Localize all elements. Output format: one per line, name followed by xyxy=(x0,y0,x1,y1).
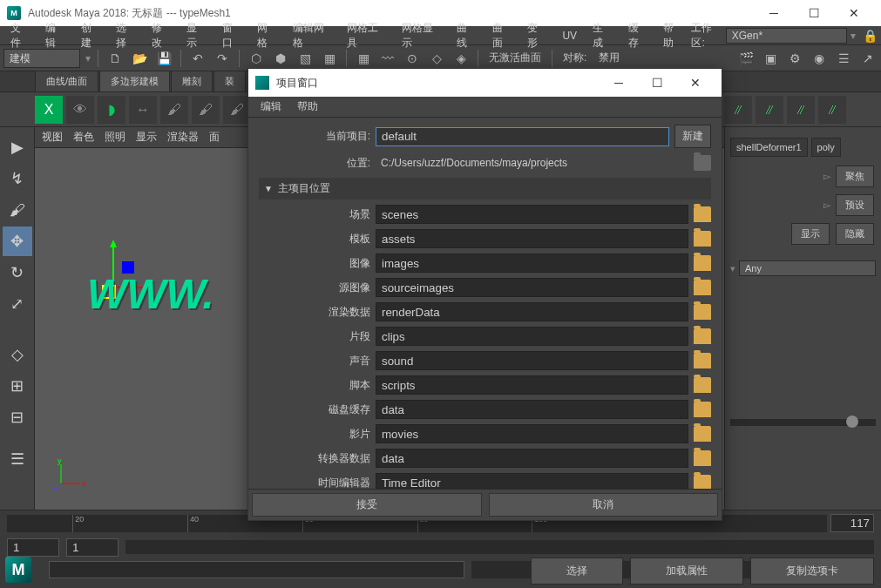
focus-arrow-icon[interactable]: ▻ xyxy=(823,171,830,182)
panel-menu-lighting[interactable]: 照明 xyxy=(105,130,125,145)
browse-folder-icon[interactable] xyxy=(694,280,711,295)
panel-menu-renderer[interactable]: 渲染器 xyxy=(167,130,199,145)
viewport-text-mesh[interactable]: WWW. xyxy=(87,270,214,318)
hide-button[interactable]: 隐藏 xyxy=(836,223,874,245)
browse-folder-icon[interactable] xyxy=(694,304,711,320)
focus-button[interactable]: 聚焦 xyxy=(836,166,874,187)
ae-node-tab[interactable]: shellDeformer1 xyxy=(730,138,808,157)
row-path-input[interactable] xyxy=(376,375,688,395)
lasso-tool[interactable]: ↯ xyxy=(3,164,32,193)
snap-plane-icon[interactable]: ◇ xyxy=(427,49,446,68)
panel-menu-panels[interactable]: 面 xyxy=(209,130,220,145)
row-path-input[interactable] xyxy=(376,229,688,248)
render-icon[interactable]: 🎬 xyxy=(736,49,756,68)
panel-menu-view[interactable]: 视图 xyxy=(42,130,63,145)
menu-meshdisplay[interactable]: 网格显示 xyxy=(395,19,448,52)
dialog-minimize-button[interactable]: ─ xyxy=(600,70,638,96)
scale-tool[interactable]: ⤢ xyxy=(3,289,32,319)
row-path-input[interactable] xyxy=(376,278,688,297)
preset-arrow-icon[interactable]: ▻ xyxy=(823,199,830,211)
menu-mesh[interactable]: 网格 xyxy=(250,19,283,52)
shelf-tab-poly[interactable]: 多边形建模 xyxy=(99,71,170,91)
dialog-maximize-button[interactable]: ☐ xyxy=(638,70,676,96)
lock-icon[interactable]: 🔒 xyxy=(863,29,878,43)
row-path-input[interactable] xyxy=(376,424,688,443)
graph-icon[interactable]: ↗ xyxy=(858,49,878,68)
layout-single-icon[interactable]: ◇ xyxy=(3,340,32,369)
menu-select[interactable]: 选择 xyxy=(109,19,142,52)
outliner-icon[interactable]: ☰ xyxy=(834,49,853,68)
shelf-hair1-icon[interactable]: ⫽ xyxy=(724,96,752,124)
preset-button[interactable]: 预设 xyxy=(836,194,874,216)
menu-editmesh[interactable]: 编辑网格 xyxy=(286,19,339,52)
menu-cache[interactable]: 缓存 xyxy=(621,19,654,52)
primary-locations-header[interactable]: ▼ 主项目位置 xyxy=(259,178,711,199)
menu-create[interactable]: 创建 xyxy=(74,19,107,52)
snap-view-icon[interactable]: ◈ xyxy=(451,49,471,68)
ipr-icon[interactable]: ▣ xyxy=(761,49,780,68)
snap-grid-icon[interactable]: ▦ xyxy=(354,49,373,68)
hypershade-icon[interactable]: ◉ xyxy=(810,49,829,68)
panel-menu-shading[interactable]: 着色 xyxy=(73,130,94,145)
row-path-input[interactable] xyxy=(376,400,688,419)
snap-curve-icon[interactable]: 〰 xyxy=(378,49,397,68)
ae-poly-tab[interactable]: poly xyxy=(811,138,841,157)
row-path-input[interactable] xyxy=(376,205,688,224)
shelf-brush1-icon[interactable]: 🖌 xyxy=(160,96,188,124)
shelf-brush2-icon[interactable]: 🖌 xyxy=(192,96,220,124)
slider-handle[interactable] xyxy=(846,416,858,428)
menu-modify[interactable]: 修改 xyxy=(145,19,178,52)
filter-dropdown-icon[interactable]: ▾ xyxy=(730,263,735,274)
accept-button[interactable]: 接受 xyxy=(252,493,482,517)
shelf-hair2-icon[interactable]: ⫽ xyxy=(756,96,783,124)
range-start2-field[interactable] xyxy=(66,538,119,557)
menu-display[interactable]: 显示 xyxy=(180,19,213,52)
current-frame-field[interactable] xyxy=(830,514,874,532)
panel-menu-show[interactable]: 显示 xyxy=(136,130,157,145)
browse-folder-icon[interactable] xyxy=(694,231,711,247)
menu-uv[interactable]: UV xyxy=(555,28,584,44)
menu-help[interactable]: 帮助 xyxy=(656,19,689,52)
menu-deform[interactable]: 变形 xyxy=(520,19,553,52)
current-project-input[interactable] xyxy=(376,127,669,146)
browse-folder-icon[interactable] xyxy=(694,475,711,489)
select-vertex-icon[interactable]: ⬡ xyxy=(247,49,266,68)
dialog-menu-help[interactable]: 帮助 xyxy=(290,98,325,116)
browse-folder-icon[interactable] xyxy=(694,402,711,417)
location-browse-icon[interactable] xyxy=(694,155,711,171)
dialog-titlebar[interactable]: 项目窗口 ─ ☐ ✕ xyxy=(248,69,722,97)
open-scene-icon[interactable]: 📂 xyxy=(130,49,149,68)
row-path-input[interactable] xyxy=(376,302,688,321)
browse-folder-icon[interactable] xyxy=(694,426,711,442)
workspace-dropdown-icon[interactable]: ▾ xyxy=(851,30,856,42)
save-scene-icon[interactable]: 💾 xyxy=(154,49,173,68)
cancel-button[interactable]: 取消 xyxy=(489,493,719,517)
shelf-tab-curves[interactable]: 曲线/曲面 xyxy=(35,71,98,91)
layout-two-icon[interactable]: ⊟ xyxy=(3,402,32,432)
shelf-hair4-icon[interactable]: ⫽ xyxy=(818,96,846,124)
browse-folder-icon[interactable] xyxy=(694,353,711,368)
browse-folder-icon[interactable] xyxy=(694,206,711,222)
copy-tab-button[interactable]: 复制选项卡 xyxy=(750,558,874,585)
move-tool[interactable]: ✥ xyxy=(3,226,32,256)
shelf-tab-sculpt[interactable]: 雕刻 xyxy=(171,71,213,91)
shelf-move-icon[interactable]: ↔ xyxy=(129,96,157,124)
mel-input[interactable] xyxy=(49,561,464,578)
range-track[interactable] xyxy=(125,540,874,554)
shelf-xgen-icon[interactable]: X xyxy=(35,96,63,124)
browse-folder-icon[interactable] xyxy=(694,328,711,344)
row-path-input[interactable] xyxy=(376,351,688,370)
shelf-tab-rig[interactable]: 装 xyxy=(213,71,246,91)
row-path-input[interactable] xyxy=(376,473,688,489)
shelf-eye-icon[interactable]: 👁 xyxy=(66,96,94,124)
browse-folder-icon[interactable] xyxy=(694,450,711,466)
redo-icon[interactable]: ↷ xyxy=(213,49,232,68)
undo-icon[interactable]: ↶ xyxy=(188,49,207,68)
load-attrs-button[interactable]: 加载属性 xyxy=(630,558,743,585)
shelf-guide-icon[interactable]: ◗ xyxy=(98,96,125,124)
workspace-selector[interactable]: XGen* xyxy=(726,28,847,44)
menu-edit[interactable]: 编辑 xyxy=(38,19,71,52)
browse-folder-icon[interactable] xyxy=(694,255,711,271)
new-scene-icon[interactable]: 🗋 xyxy=(105,49,125,68)
row-path-input[interactable] xyxy=(376,327,688,346)
